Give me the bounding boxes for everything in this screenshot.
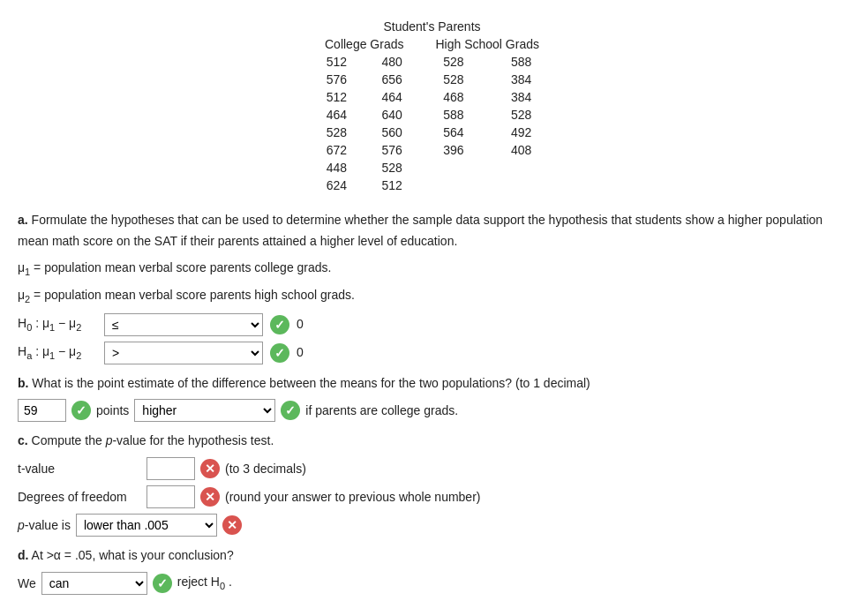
table-cell: 528 <box>419 71 487 88</box>
table-cell: 588 <box>419 106 487 124</box>
table-cell: 528 <box>487 106 555 124</box>
table-cell: 564 <box>419 124 487 141</box>
data-table-wrapper: Student's Parents College Grads High Sch… <box>18 18 846 194</box>
h0-select[interactable]: ≤ ≥ = < > <box>104 313 263 336</box>
table-cell: 588 <box>487 53 555 71</box>
section-c-text: c. Compute the p-value for the hypothesi… <box>18 431 846 452</box>
table-cell: 672 <box>309 141 364 159</box>
t-value-suffix: (to 3 decimals) <box>225 459 306 478</box>
table-cell: 528 <box>309 124 364 141</box>
table-cell: 448 <box>309 159 364 177</box>
table-row: 576656528384 <box>309 71 555 88</box>
section-b-label: b. <box>18 376 28 390</box>
table-row: 528560564492 <box>309 124 555 141</box>
ha-zero: 0 <box>297 342 304 362</box>
section-a-label: a. <box>18 213 28 227</box>
table-cell: 512 <box>364 177 420 194</box>
col-header-right: High School Grads <box>419 35 555 53</box>
table-cell: 640 <box>364 106 420 124</box>
section-d: d. At >α = .05, what is your conclusion?… <box>18 545 846 595</box>
col-header-left: College Grads <box>309 35 420 53</box>
section-b: b. What is the point estimate of the dif… <box>18 373 846 423</box>
section-d-label: d. <box>18 548 28 562</box>
table-cell: 576 <box>364 141 420 159</box>
h0-label: H0 : μ1 − μ2 <box>18 313 97 335</box>
section-b-text: b. What is the point estimate of the dif… <box>18 373 846 394</box>
t-value-x-icon <box>200 459 220 478</box>
pvalue-label: p-value is <box>18 515 71 535</box>
table-cell: 480 <box>364 53 420 71</box>
table-cell: 576 <box>309 71 364 88</box>
table-cell <box>487 177 555 194</box>
df-row: Degrees of freedom (round your answer to… <box>18 485 846 508</box>
table-cell: 512 <box>309 88 364 106</box>
table-cell: 624 <box>309 177 364 194</box>
table-cell: 408 <box>487 141 555 159</box>
section-b-answer: points higher lower if parents are colle… <box>18 399 846 422</box>
table-cell: 384 <box>487 88 555 106</box>
table-cell: 384 <box>487 71 555 88</box>
t-value-row: t-value (to 3 decimals) <box>18 457 846 480</box>
points-label: points <box>96 401 129 420</box>
table-cell: 492 <box>487 124 555 141</box>
table-cell: 528 <box>419 53 487 71</box>
conclusion-check-icon <box>153 574 172 593</box>
ha-check-icon <box>270 343 289 363</box>
ha-line: Ha : μ1 − μ2 > < = ≤ ≥ 0 <box>18 342 846 364</box>
pvalue-x-icon <box>222 515 242 535</box>
table-row: 448528 <box>309 159 555 177</box>
table-cell <box>419 177 487 194</box>
section-d-description: At >α = .05, what is your conclusion? <box>32 548 234 562</box>
section-a: a. Formulate the hypotheses that can be … <box>18 210 846 364</box>
section-a-description: Formulate the hypotheses that can be use… <box>18 213 823 248</box>
section-c-description: Compute the p-value for the hypothesis t… <box>32 433 274 447</box>
pvalue-row: p-value is lower than .005 .005 to .01 .… <box>18 514 846 537</box>
df-label: Degrees of freedom <box>18 487 141 507</box>
section-b-description: What is the point estimate of the differ… <box>32 376 590 390</box>
pvalue-select[interactable]: lower than .005 .005 to .01 .01 to .025 … <box>76 514 217 537</box>
section-a-text: a. Formulate the hypotheses that can be … <box>18 210 846 252</box>
table-row: 512480528588 <box>309 53 555 71</box>
table-cell: 464 <box>309 106 364 124</box>
table-cell <box>419 159 487 177</box>
table-cell: 512 <box>309 53 364 71</box>
ha-label: Ha : μ1 − μ2 <box>18 342 97 364</box>
table-cell: 560 <box>364 124 420 141</box>
table-cell: 528 <box>364 159 420 177</box>
ha-select[interactable]: > < = ≤ ≥ <box>104 342 263 364</box>
estimate-check-icon <box>71 401 91 420</box>
table-row: 464640588528 <box>309 106 555 124</box>
estimate-input[interactable] <box>18 399 66 422</box>
section-c-label: c. <box>18 433 28 447</box>
table-cell: 396 <box>419 141 487 159</box>
section-d-answer: We can cannot reject H0 . <box>18 572 846 595</box>
t-value-label: t-value <box>18 459 141 478</box>
table-cell <box>487 159 555 177</box>
table-row: 672576396408 <box>309 141 555 159</box>
h0-zero: 0 <box>297 314 304 334</box>
h0-line: H0 : μ1 − μ2 ≤ ≥ = < > 0 <box>18 313 846 336</box>
table-cell: 468 <box>419 88 487 106</box>
table-row: 624512 <box>309 177 555 194</box>
conclusion-select[interactable]: can cannot <box>41 572 147 595</box>
df-suffix: (round your answer to previous whole num… <box>225 487 480 507</box>
direction-check-icon <box>281 401 300 420</box>
reject-label: reject H0 . <box>177 572 232 594</box>
h0-check-icon <box>270 315 289 334</box>
section-d-text: d. At >α = .05, what is your conclusion? <box>18 545 846 567</box>
mu1-def: μ1 = population mean verbal score parent… <box>18 258 846 280</box>
table-cell: 656 <box>364 71 420 88</box>
section-c: c. Compute the p-value for the hypothesi… <box>18 431 846 537</box>
direction-suffix: if parents are college grads. <box>305 401 458 420</box>
table-main-header: Student's Parents <box>309 18 555 35</box>
df-input[interactable] <box>147 485 195 508</box>
we-label: We <box>18 574 36 593</box>
t-value-input[interactable] <box>147 457 195 480</box>
df-x-icon <box>200 487 220 507</box>
mu2-def: μ2 = population mean verbal score parent… <box>18 285 846 307</box>
table-cell: 464 <box>364 88 420 106</box>
direction-select[interactable]: higher lower <box>134 399 275 422</box>
page-content: Student's Parents College Grads High Sch… <box>18 18 846 595</box>
data-table: Student's Parents College Grads High Sch… <box>309 18 555 194</box>
table-row: 512464468384 <box>309 88 555 106</box>
